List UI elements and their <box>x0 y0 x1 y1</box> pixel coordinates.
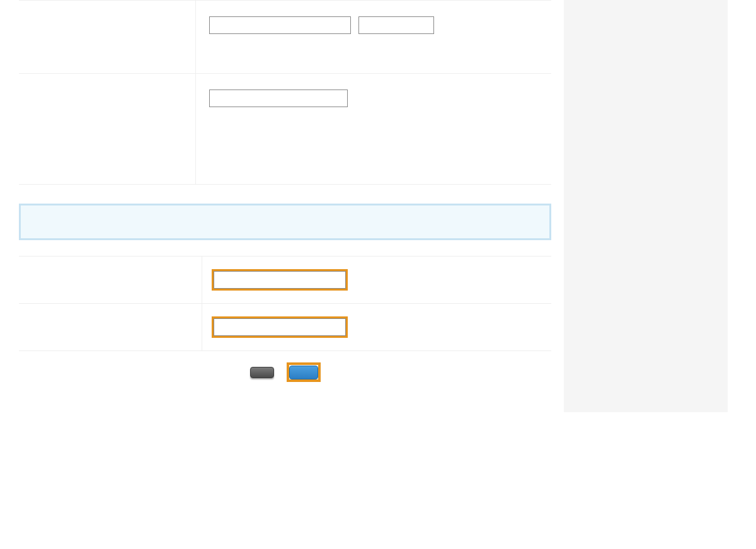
section-folder <box>19 74 551 185</box>
muumuu-pw-highlight <box>212 316 348 338</box>
muumuu-id-input[interactable] <box>214 271 346 289</box>
back-button[interactable] <box>250 367 274 378</box>
sidebar <box>564 0 728 412</box>
submit-button[interactable] <box>289 366 318 379</box>
folder-label <box>19 74 195 184</box>
sidebar-top-list <box>573 0 718 10</box>
domain-label <box>19 1 195 73</box>
muumuu-id-highlight <box>212 269 348 291</box>
row-muumuu-id <box>19 256 551 304</box>
submit-highlight <box>287 362 321 382</box>
domain-name-input[interactable] <box>209 16 351 34</box>
muumuu-pw-input[interactable] <box>214 318 346 336</box>
info-box <box>19 204 551 240</box>
main-panel <box>0 0 564 412</box>
domain-tld-input[interactable] <box>358 16 434 34</box>
folder-input[interactable] <box>209 90 348 107</box>
row-muumuu-pw <box>19 304 551 351</box>
section-domain <box>19 0 551 74</box>
muumuu-pw-label <box>19 304 202 350</box>
muumuu-id-label <box>19 257 202 303</box>
